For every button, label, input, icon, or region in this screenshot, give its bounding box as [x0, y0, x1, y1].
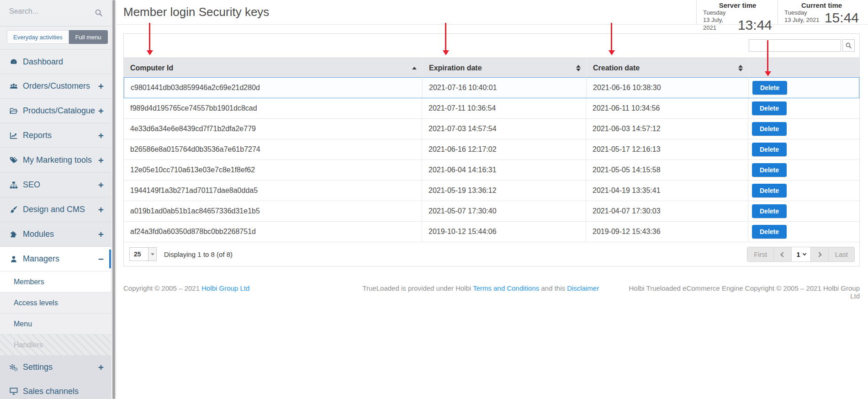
- sidebar-item-dashboard[interactable]: Dashboard: [0, 49, 111, 74]
- sidebar-item-managers[interactable]: Managers −: [0, 247, 111, 271]
- sidebar-subitem-label: Handlers: [14, 341, 43, 349]
- delete-button[interactable]: Delete: [752, 81, 787, 95]
- sidebar-subitem-menu[interactable]: Menu: [0, 314, 111, 335]
- user-icon: [9, 255, 18, 263]
- last-page-button[interactable]: Last: [828, 247, 854, 261]
- creation-cell: 2021-06-11 10:34:56: [586, 98, 748, 118]
- table-row[interactable]: af24a3fd0a60350d878bc0bb2268751d 2019-10…: [124, 222, 859, 242]
- chevron-down-icon: [151, 253, 154, 255]
- footer: Copyright © 2005 – 2021 Holbi Group Ltd …: [123, 284, 860, 300]
- delete-button[interactable]: Delete: [752, 101, 787, 115]
- column-header-creation-date[interactable]: Creation date: [586, 58, 748, 78]
- expand-indicator: +: [98, 180, 104, 191]
- chevron-down-icon: [802, 252, 806, 255]
- page-size-select[interactable]: 25: [129, 247, 157, 261]
- sidebar-item-label: SEO: [23, 180, 40, 190]
- table-search-button[interactable]: [842, 39, 855, 52]
- folder-open-icon: [9, 107, 18, 115]
- sidebar-item-sales-channels[interactable]: Sales channels: [0, 379, 111, 399]
- expand-indicator: +: [98, 229, 104, 240]
- creation-cell: 2021-05-17 12:16:13: [586, 139, 748, 160]
- sidebar-subitem-access-levels[interactable]: Access levels: [0, 293, 111, 314]
- delete-button[interactable]: Delete: [752, 163, 787, 177]
- sidebar-subitem-members[interactable]: Members: [0, 271, 111, 293]
- sidebar-subitem-handlers: Handlers: [0, 335, 111, 356]
- table-search-input[interactable]: [749, 39, 841, 52]
- sidebar-scrollbar[interactable]: [111, 0, 116, 399]
- sidebar-item-label: Products/Catalogue: [23, 106, 95, 116]
- sidebar-item-label: Dashboard: [23, 57, 63, 67]
- expiration-cell: 2021-07-11 10:36:54: [422, 98, 586, 118]
- table-row[interactable]: 4e33d6a34e6e8439cd7f71b2dfa2e779 2021-07…: [124, 119, 859, 139]
- page-size-dropdown-button[interactable]: [148, 247, 157, 261]
- server-time-date: Tuesday 13 July, 2021: [703, 9, 738, 33]
- terms-and-conditions-link[interactable]: Terms and Conditions: [473, 284, 539, 292]
- page-size-value: 25: [129, 247, 148, 261]
- first-page-button[interactable]: First: [747, 247, 773, 261]
- sidebar-item-settings[interactable]: Settings +: [0, 356, 111, 379]
- sitemap-icon: [9, 181, 18, 189]
- column-header-expiration-date[interactable]: Expiration date: [422, 58, 586, 78]
- previous-page-button[interactable]: [773, 247, 791, 261]
- expand-indicator: +: [98, 130, 104, 141]
- monitor-icon: [9, 387, 18, 395]
- users-icon: [9, 82, 18, 90]
- sidebar-item-marketing-tools[interactable]: My Marketing tools +: [0, 148, 111, 173]
- sort-both-icon[interactable]: [738, 65, 743, 71]
- annotation-arrow-creation-date: [611, 23, 612, 50]
- footer-engine-copyright: Holbi Trueloaded eCommerce Engine Copyri…: [621, 284, 860, 300]
- delete-button[interactable]: Delete: [752, 122, 787, 136]
- delete-button[interactable]: Delete: [752, 184, 787, 197]
- sort-both-icon[interactable]: [576, 65, 581, 71]
- computer-id-cell: 4e33d6a34e6e8439cd7f71b2dfa2e779: [124, 119, 422, 139]
- sidebar-item-seo[interactable]: SEO +: [0, 173, 111, 197]
- sidebar-item-label: Sales channels: [23, 387, 79, 396]
- collapse-indicator: −: [98, 254, 104, 265]
- current-time-date: Tuesday 13 July, 2021: [784, 9, 819, 26]
- expiration-cell: 2021-05-19 13:36:12: [422, 181, 586, 201]
- computer-id-cell: 1944149f1a3b271ad70117dae8a0dda5: [124, 181, 422, 201]
- expiration-cell: 2021-07-16 10:40:01: [423, 78, 587, 98]
- creation-cell: 2021-06-03 14:57:12: [586, 119, 748, 139]
- chevron-left-icon: [781, 252, 786, 257]
- table-row[interactable]: 1944149f1a3b271ad70117dae8a0dda5 2021-05…: [124, 181, 859, 201]
- table-row[interactable]: a019b1ad0ab51b1ac84657336d31e1b5 2021-05…: [124, 201, 859, 222]
- sidebar-search-input[interactable]: [9, 7, 82, 16]
- current-time-label: Current time: [784, 1, 859, 9]
- holbi-group-link[interactable]: Holbi Group Ltd: [201, 284, 249, 292]
- everyday-activities-button[interactable]: Everyday activities: [7, 30, 69, 44]
- sidebar-item-reports[interactable]: Reports +: [0, 123, 111, 148]
- sidebar-item-label: Modules: [23, 229, 54, 239]
- search-icon: [845, 42, 852, 49]
- line-chart-icon: [9, 132, 18, 140]
- page-header: Member login Security keys Server time T…: [116, 0, 868, 25]
- table-row[interactable]: 12e05e10cc710a613e03e7c8e1f8ef62 2021-06…: [124, 160, 859, 181]
- sidebar-subitem-label: Members: [14, 278, 44, 286]
- scrollbar-thumb[interactable]: [112, 0, 115, 399]
- sidebar-item-products-catalogue[interactable]: Products/Catalogue +: [0, 99, 111, 123]
- sidebar-item-label: Settings: [23, 362, 53, 372]
- delete-button[interactable]: Delete: [752, 225, 787, 239]
- sidebar-item-orders-customers[interactable]: Orders/Customers +: [0, 74, 111, 99]
- sidebar-item-design-cms[interactable]: Design and CMS +: [0, 197, 111, 222]
- disclaimer-link[interactable]: Disclaimer: [567, 284, 599, 292]
- full-menu-button[interactable]: Full menu: [69, 30, 108, 44]
- time-panels: Server time Tuesday 13 July, 2021 13:44 …: [696, 0, 864, 25]
- puzzle-icon: [9, 230, 18, 239]
- sidebar-item-modules[interactable]: Modules +: [0, 222, 111, 247]
- sidebar-item-label: My Marketing tools: [23, 155, 92, 165]
- footer-license: TrueLoaded is provided under Holbi Terms…: [340, 284, 621, 300]
- current-page-select[interactable]: 1: [791, 247, 810, 261]
- next-page-button[interactable]: [810, 247, 828, 261]
- table-row[interactable]: f989d4d195765ce74557bb1901dc8cad 2021-07…: [124, 98, 859, 119]
- delete-button[interactable]: Delete: [752, 204, 787, 218]
- search-icon[interactable]: [95, 9, 103, 17]
- annotation-arrow-computer-id: [149, 23, 150, 50]
- computer-id-cell: af24a3fd0a60350d878bc0bb2268751d: [124, 222, 422, 242]
- column-header-computer-id[interactable]: Computer Id: [124, 58, 422, 78]
- table-row[interactable]: b26586e8a015764d0b3536a7e61b7274 2021-06…: [124, 139, 859, 160]
- sort-asc-icon[interactable]: [412, 67, 417, 69]
- delete-button[interactable]: Delete: [752, 143, 787, 156]
- table-row[interactable]: c9801441db03d859946a2c69e21d280d 2021-07…: [124, 77, 859, 98]
- computer-id-cell: f989d4d195765ce74557bb1901dc8cad: [124, 98, 422, 118]
